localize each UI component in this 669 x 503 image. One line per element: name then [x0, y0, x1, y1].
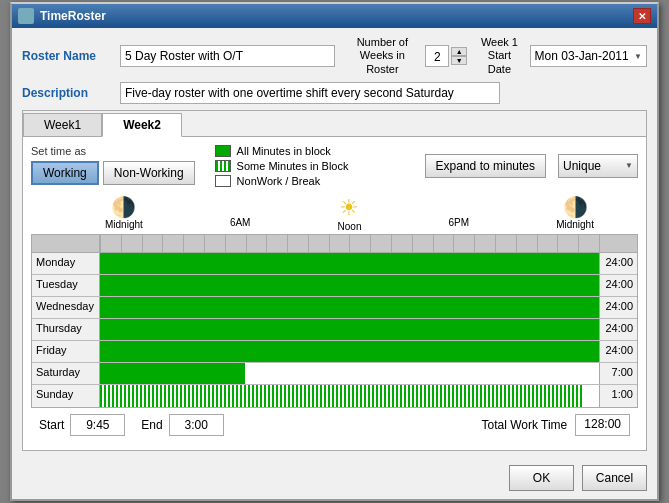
total-work-value: 128:00	[575, 414, 630, 436]
hours-spacer	[598, 195, 636, 232]
grid-header-spacer	[32, 235, 100, 252]
tab-week1[interactable]: Week1	[23, 113, 102, 136]
bar-tuesday	[100, 275, 599, 296]
bar-thursday	[100, 319, 599, 340]
bar-saturday	[100, 363, 245, 384]
legend-item-some: Some Minutes in Block	[215, 160, 349, 172]
time-labels-row: 🌗 Midnight 6AM ☀ Noon	[31, 195, 638, 232]
start-field: Start	[39, 414, 125, 436]
legend-box-some	[215, 160, 231, 172]
sun-icon: ☀	[339, 195, 359, 221]
day-bar-saturday[interactable]	[100, 363, 599, 384]
start-date-arrow: ▼	[634, 52, 642, 61]
midnight-start-label: Midnight	[105, 219, 143, 230]
hours-monday: 24:00	[599, 253, 637, 274]
roster-name-input[interactable]	[120, 45, 335, 67]
legend-box-all	[215, 145, 231, 157]
day-bar-tuesday[interactable]	[100, 275, 599, 296]
title-bar-left: TimeRoster	[18, 8, 106, 24]
tab-week2[interactable]: Week2	[102, 113, 182, 137]
day-bar-thursday[interactable]	[100, 319, 599, 340]
tick-line	[100, 235, 599, 252]
unique-arrow: ▼	[625, 161, 633, 170]
6am-icon: 6AM	[230, 195, 251, 232]
description-input[interactable]	[120, 82, 500, 104]
bar-sunday	[100, 385, 584, 407]
time-icons: 🌗 Midnight 6AM ☀ Noon	[101, 195, 598, 232]
table-row: Friday 24:00	[32, 341, 637, 363]
start-input[interactable]	[70, 414, 125, 436]
bar-friday	[100, 341, 599, 362]
roster-name-row: Roster Name Number ofWeeks in Roster 2 ▲…	[22, 36, 647, 76]
6am-label: 6AM	[230, 217, 251, 228]
tab-content: Set time as Working Non-Working All Minu…	[23, 137, 646, 450]
end-label: End	[141, 418, 162, 432]
start-date-label: Week 1Start Date	[475, 36, 523, 76]
title-bar: TimeRoster ✕	[12, 4, 657, 28]
weeks-value[interactable]: 2	[425, 45, 449, 67]
midnight-end-icon: 🌗 Midnight	[556, 195, 594, 232]
legend-label-all: All Minutes in block	[237, 145, 331, 157]
main-window: TimeRoster ✕ Roster Name Number ofWeeks …	[10, 2, 659, 501]
moon-left-icon: 🌗	[111, 195, 136, 219]
window-title: TimeRoster	[40, 9, 106, 23]
day-bar-sunday[interactable]	[100, 385, 599, 407]
legend-label-some: Some Minutes in Block	[237, 160, 349, 172]
start-label: Start	[39, 418, 64, 432]
table-row: Thursday 24:00	[32, 319, 637, 341]
hours-wednesday: 24:00	[599, 297, 637, 318]
midnight-end-label: Midnight	[556, 219, 594, 230]
total-work-label: Total Work Time	[481, 418, 567, 432]
day-bar-friday[interactable]	[100, 341, 599, 362]
day-bar-wednesday[interactable]	[100, 297, 599, 318]
hours-sunday: 1:00	[599, 385, 637, 407]
bar-monday	[100, 253, 599, 274]
set-time-group: Set time as Working Non-Working	[31, 145, 195, 185]
total-work: Total Work Time 128:00	[481, 414, 630, 436]
weeks-increment[interactable]: ▲	[451, 47, 467, 56]
day-name-thursday: Thursday	[32, 319, 100, 340]
6pm-icon: 6PM	[449, 195, 470, 232]
close-button[interactable]: ✕	[633, 8, 651, 24]
day-bar-monday[interactable]	[100, 253, 599, 274]
moon-right-icon: 🌗	[563, 195, 588, 219]
grid-header	[32, 235, 637, 253]
description-row: Description	[22, 82, 647, 104]
working-button[interactable]: Working	[31, 161, 99, 185]
end-input[interactable]	[169, 414, 224, 436]
start-date-dropdown[interactable]: Mon 03-Jan-2011 ▼	[530, 45, 647, 67]
end-field: End	[141, 414, 223, 436]
grid-header-end	[599, 235, 637, 252]
cancel-button[interactable]: Cancel	[582, 465, 647, 491]
day-name-saturday: Saturday	[32, 363, 100, 384]
noon-icon: ☀ Noon	[338, 195, 362, 232]
legend-item-nonwork: NonWork / Break	[215, 175, 349, 187]
legend-group: All Minutes in block Some Minutes in Blo…	[215, 145, 349, 187]
expand-button[interactable]: Expand to minutes	[425, 154, 546, 178]
grid-ticks	[100, 235, 599, 252]
day-name-friday: Friday	[32, 341, 100, 362]
unique-dropdown[interactable]: Unique ▼	[558, 154, 638, 178]
table-row: Monday 24:00	[32, 253, 637, 275]
non-working-button[interactable]: Non-Working	[103, 161, 195, 185]
bar-wednesday	[100, 297, 599, 318]
controls-row: Set time as Working Non-Working All Minu…	[31, 145, 638, 187]
table-row: Saturday 7:00	[32, 363, 637, 385]
day-name-tuesday: Tuesday	[32, 275, 100, 296]
app-icon	[18, 8, 34, 24]
start-date-section: Week 1Start Date Mon 03-Jan-2011 ▼	[475, 36, 647, 76]
tabs-container: Week1 Week2 Set time as Working Non-Work…	[22, 110, 647, 451]
legend-label-nonwork: NonWork / Break	[237, 175, 321, 187]
hours-thursday: 24:00	[599, 319, 637, 340]
weeks-decrement[interactable]: ▼	[451, 56, 467, 65]
midnight-start-icon: 🌗 Midnight	[105, 195, 143, 232]
footer-row: Start End Total Work Time 128:00	[31, 408, 638, 442]
day-name-monday: Monday	[32, 253, 100, 274]
weeks-section: Number ofWeeks in Roster 2 ▲ ▼	[343, 36, 467, 76]
set-time-label: Set time as	[31, 145, 195, 157]
working-buttons: Working Non-Working	[31, 161, 195, 185]
table-row: Wednesday 24:00	[32, 297, 637, 319]
hours-friday: 24:00	[599, 341, 637, 362]
hours-saturday: 7:00	[599, 363, 637, 384]
ok-button[interactable]: OK	[509, 465, 574, 491]
